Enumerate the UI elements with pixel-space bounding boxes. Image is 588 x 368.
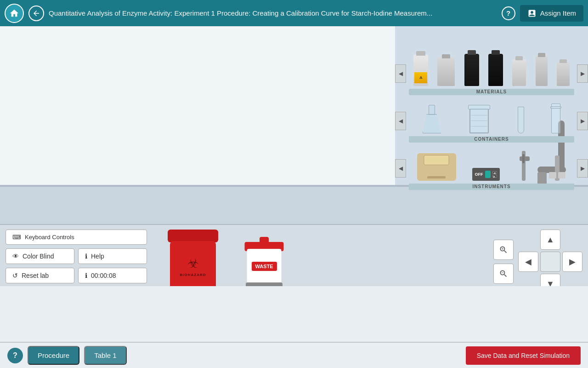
zoom-controls — [493, 240, 514, 284]
reset-lab-button[interactable]: ↺ Reset lab — [6, 268, 74, 283]
containers-prev-button[interactable]: ◀ — [395, 112, 406, 130]
controls-bar: ⌨ Keyboard Controls 👁 Color Blind ℹ Help… — [0, 224, 588, 286]
beaker-large[interactable] — [468, 105, 490, 133]
dpad: ▲ ◀ ▶ ▼ — [518, 230, 582, 286]
zoom-out-button[interactable] — [493, 264, 514, 284]
biohazard-lid — [168, 230, 218, 242]
toggle-switch[interactable]: OFF ◀ ▶ — [472, 168, 500, 181]
clamp-stand[interactable] — [516, 150, 532, 181]
waste-pedal-base — [246, 282, 283, 286]
waste-area: ☣ BIOHAZARD WASTE — [161, 230, 294, 286]
reset-icon: ↺ — [12, 272, 18, 279]
keyboard-controls-button[interactable]: ⌨ Keyboard Controls — [6, 230, 147, 245]
gray-bottle-1[interactable] — [437, 58, 455, 86]
materials-next-button[interactable]: ▶ — [577, 64, 588, 83]
header: Quantitative Analysis of Enzyme Activity… — [0, 0, 588, 26]
materials-prev-button[interactable]: ◀ — [395, 64, 406, 83]
erlenmeyer-flask[interactable] — [423, 105, 441, 133]
dpad-up-button[interactable]: ▲ — [540, 230, 560, 250]
keyboard-controls-label: Keyboard Controls — [25, 234, 74, 241]
reset-lab-label: Reset lab — [22, 272, 49, 279]
home-button[interactable] — [5, 4, 24, 23]
nav-controls: ▲ ◀ ▶ ▼ — [493, 230, 582, 286]
instruments-items: OFF ◀ ▶ — [409, 149, 574, 181]
graduated-cylinder[interactable] — [551, 104, 560, 133]
materials-shelf: ◀ ⚠ — [395, 52, 588, 95]
page-title: Quantitative Analysis of Enzyme Activity… — [49, 9, 497, 17]
assign-item-label: Assign Item — [540, 9, 576, 17]
containers-shelf: ◀ — [395, 99, 588, 143]
footer-question-icon: ? — [13, 351, 17, 360]
back-button[interactable] — [28, 6, 44, 21]
waste-can-body: WASTE — [247, 249, 282, 283]
containers-label: CONTAINERS — [409, 136, 574, 143]
dpad-empty-bottomright — [562, 274, 582, 286]
biohazard-container[interactable]: ☣ BIOHAZARD — [161, 230, 225, 286]
materials-items: ⚠ — [409, 54, 574, 86]
info-icon: ℹ — [85, 253, 87, 260]
timer-icon: ℹ — [85, 272, 87, 279]
simulation-area: ◀ ⚠ — [0, 26, 588, 286]
timer-display: ℹ 00:00:08 — [78, 268, 147, 283]
materials-shelf-surface: MATERIALS — [409, 89, 574, 95]
containers-shelf-surface: CONTAINERS — [409, 136, 574, 143]
header-help-button[interactable]: ? — [502, 6, 515, 20]
colorblind-button[interactable]: 👁 Color Blind — [6, 248, 74, 264]
procedure-tab[interactable]: Procedure — [28, 346, 79, 365]
instruments-prev-button[interactable]: ◀ — [395, 159, 406, 178]
footer: ? Procedure Table 1 Save Data and Reset … — [0, 342, 588, 368]
instruments-next-button[interactable]: ▶ — [577, 159, 588, 178]
keyboard-icon: ⌨ — [12, 234, 21, 241]
save-data-label: Save Data and Reset Simulation — [477, 352, 570, 359]
question-icon: ? — [506, 9, 510, 17]
save-data-button[interactable]: Save Data and Reset Simulation — [466, 346, 581, 365]
dpad-down-button[interactable]: ▼ — [540, 274, 560, 286]
containers-next-button[interactable]: ▶ — [577, 112, 588, 130]
assign-item-button[interactable]: Assign Item — [520, 5, 583, 22]
procedure-tab-label: Procedure — [38, 351, 69, 359]
biohazard-symbol: ☣ — [187, 256, 199, 271]
biohazard-text: BIOHAZARD — [180, 273, 206, 277]
containers-items — [409, 101, 574, 133]
instruments-label: INSTRUMENTS — [409, 184, 574, 190]
dpad-empty-bottomleft — [518, 274, 538, 286]
dpad-empty-topleft — [518, 230, 538, 250]
waste-container[interactable]: WASTE — [234, 230, 294, 286]
left-controls: ⌨ Keyboard Controls 👁 Color Blind ℹ Help… — [6, 230, 147, 283]
tall-gray-bottle[interactable] — [536, 56, 548, 86]
scale[interactable] — [417, 153, 456, 181]
footer-help-button[interactable]: ? — [7, 348, 23, 363]
dpad-empty-topright — [562, 230, 582, 250]
dark-bottle-1[interactable] — [464, 54, 479, 86]
dpad-left-button[interactable]: ◀ — [518, 252, 538, 272]
waste-label: WASTE — [251, 262, 277, 271]
help-button[interactable]: ℹ Help — [78, 248, 147, 264]
table1-tab-label: Table 1 — [94, 351, 116, 359]
instruments-shelf: ◀ OFF ◀ ▶ — [395, 146, 588, 190]
instrument-device[interactable] — [548, 153, 566, 181]
timer-value: 00:00:08 — [91, 272, 116, 279]
wall — [0, 26, 395, 185]
eye-icon: 👁 — [12, 253, 19, 260]
instruments-shelf-surface: INSTRUMENTS — [409, 184, 574, 190]
shelves-panel: ◀ ⚠ — [395, 52, 588, 191]
materials-label: MATERIALS — [409, 89, 574, 95]
small-gray-bottle[interactable] — [557, 62, 570, 86]
zoom-in-button[interactable] — [493, 240, 514, 260]
dpad-center — [540, 252, 560, 272]
biohazard-body: ☣ BIOHAZARD — [170, 241, 216, 286]
test-tube[interactable] — [518, 107, 524, 133]
dpad-right-button[interactable]: ▶ — [562, 252, 582, 272]
gray-bottle-2[interactable] — [512, 59, 526, 86]
colorblind-label: Color Blind — [23, 253, 54, 260]
dark-bottle-2[interactable] — [488, 54, 503, 86]
hazmat-bottle[interactable]: ⚠ — [413, 55, 428, 86]
table1-tab[interactable]: Table 1 — [84, 346, 126, 365]
help-label: Help — [91, 253, 104, 260]
